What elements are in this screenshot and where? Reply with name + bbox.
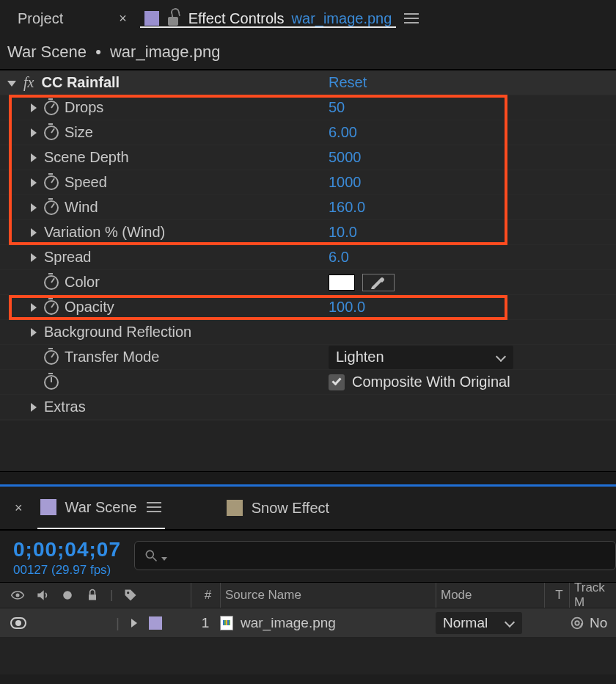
layer-name[interactable]: war_image.png — [241, 615, 336, 631]
close-icon[interactable]: × — [15, 501, 23, 516]
prop-label: Scene Depth — [44, 149, 129, 166]
comp-tab-other[interactable]: Snow Effect — [224, 487, 332, 529]
prop-opacity[interactable]: Opacity 100.0 — [0, 295, 616, 320]
prop-spread[interactable]: Spread 6.0 — [0, 245, 616, 270]
prop-label: Extras — [44, 399, 86, 415]
label-header-icon[interactable] — [123, 588, 138, 603]
chevron-right-icon[interactable] — [29, 103, 38, 112]
stopwatch-icon[interactable] — [44, 350, 59, 365]
prop-value[interactable]: 100.0 — [329, 299, 365, 316]
timecode[interactable]: 0;00;04;07 — [13, 538, 121, 561]
panel-menu-icon[interactable] — [146, 502, 162, 512]
lock-header-icon[interactable] — [85, 588, 100, 603]
prop-label: Opacity — [65, 299, 114, 316]
track-matte-value[interactable]: No — [590, 615, 607, 631]
prop-label: Size — [65, 124, 93, 141]
pickwhip-icon[interactable] — [569, 615, 585, 631]
stopwatch-icon[interactable] — [44, 200, 59, 215]
visibility-toggle[interactable] — [10, 617, 26, 629]
svg-line-1 — [153, 558, 156, 561]
prop-value[interactable]: 5000 — [329, 149, 362, 166]
stopwatch-icon[interactable] — [44, 300, 59, 315]
prop-scene-depth[interactable]: Scene Depth 5000 — [0, 145, 616, 170]
header-mode[interactable]: Mode — [441, 588, 472, 603]
chevron-right-icon[interactable] — [29, 228, 38, 237]
comp-tab-active[interactable]: War Scene — [37, 487, 165, 529]
prop-value[interactable]: 6.0 — [329, 249, 349, 266]
frame-info[interactable]: 00127 (29.97 fps) — [13, 563, 121, 578]
prop-extras[interactable]: Extras — [0, 395, 616, 420]
project-tab-label: Project — [18, 10, 63, 26]
chevron-right-icon[interactable] — [29, 178, 38, 187]
prop-color[interactable]: Color — [0, 270, 616, 295]
layer-row-1[interactable]: | 1 war_image.png Normal No — [0, 608, 616, 638]
prop-value[interactable]: 160.0 — [329, 199, 365, 216]
transfer-mode-select[interactable]: Lighten — [329, 346, 513, 369]
header-source[interactable]: Source Name — [225, 588, 301, 603]
chevron-right-icon[interactable] — [29, 203, 38, 212]
comp-tabs: × War Scene Snow Effect — [0, 487, 616, 531]
prop-label: Transfer Mode — [65, 349, 159, 365]
reset-link[interactable]: Reset — [329, 74, 367, 91]
audio-header-icon[interactable] — [35, 588, 50, 603]
select-value: Normal — [443, 615, 488, 631]
svg-point-3 — [63, 591, 72, 600]
layer-color-icon — [144, 11, 159, 26]
composite-checkbox[interactable] — [329, 374, 345, 390]
header-hash[interactable]: # — [205, 588, 211, 603]
timeline-panel: × War Scene Snow Effect 0;00;04;07 00127… — [0, 487, 616, 674]
prop-bg-reflection[interactable]: Background Reflection — [0, 320, 616, 345]
blend-mode-select[interactable]: Normal — [436, 612, 522, 634]
prop-transfer-mode[interactable]: Transfer Mode Lighten — [0, 345, 616, 370]
prop-label: Composite With Original — [352, 374, 510, 390]
prop-value[interactable]: 10.0 — [329, 224, 357, 241]
prop-drops[interactable]: Drops 50 — [0, 95, 616, 120]
stopwatch-icon[interactable] — [44, 275, 59, 290]
prop-composite[interactable]: Composite With Original — [0, 370, 616, 395]
svg-point-0 — [146, 550, 153, 558]
chevron-right-icon[interactable] — [29, 153, 38, 162]
lock-icon[interactable] — [166, 11, 181, 26]
chevron-right-icon[interactable] — [29, 403, 38, 412]
chevron-right-icon[interactable] — [29, 128, 38, 137]
effect-panel: fx CC Rainfall Reset Drops 50 Size 6.00 … — [0, 70, 616, 471]
close-icon[interactable]: × — [119, 11, 133, 26]
stopwatch-icon[interactable] — [44, 125, 59, 140]
effect-controls-tab[interactable]: Effect Controls war_image.png — [140, 10, 397, 27]
chevron-down-icon — [497, 353, 506, 362]
fx-icon[interactable]: fx — [22, 74, 35, 91]
panel-tabs: Project × Effect Controls war_image.png — [0, 0, 616, 37]
prop-value[interactable]: 1000 — [329, 174, 362, 191]
prop-variation[interactable]: Variation % (Wind) 10.0 — [0, 220, 616, 245]
stopwatch-icon[interactable] — [44, 375, 59, 390]
panel-menu-icon[interactable] — [403, 13, 419, 23]
solo-header-icon[interactable] — [60, 588, 75, 603]
chevron-right-icon[interactable] — [29, 253, 38, 262]
file-icon — [220, 616, 233, 630]
eyedropper-button[interactable] — [362, 274, 395, 291]
prop-wind[interactable]: Wind 160.0 — [0, 195, 616, 220]
timeline-search-input[interactable] — [134, 541, 616, 570]
eyedropper-icon — [370, 276, 387, 289]
prop-label: Wind — [65, 199, 98, 216]
expand-toggle-icon[interactable] — [7, 79, 16, 87]
prop-value[interactable]: 6.00 — [329, 124, 357, 141]
svg-point-7 — [575, 621, 579, 625]
project-tab[interactable]: Project — [6, 10, 75, 27]
header-t: T — [555, 588, 562, 603]
color-swatch[interactable] — [329, 274, 355, 291]
header-track[interactable]: Track M — [574, 581, 616, 610]
chevron-right-icon[interactable] — [130, 619, 139, 627]
visibility-header-icon[interactable] — [10, 588, 25, 603]
effect-header-row[interactable]: fx CC Rainfall Reset — [0, 70, 616, 95]
chevron-right-icon[interactable] — [29, 303, 38, 312]
chevron-right-icon[interactable] — [29, 328, 38, 337]
effect-name: CC Rainfall — [41, 74, 120, 91]
prop-value[interactable]: 50 — [329, 99, 345, 116]
stopwatch-icon[interactable] — [44, 175, 59, 190]
prop-speed[interactable]: Speed 1000 — [0, 170, 616, 195]
prop-size[interactable]: Size 6.00 — [0, 120, 616, 145]
comp-tab-label: Snow Effect — [252, 500, 329, 517]
layer-color-swatch[interactable] — [149, 616, 162, 630]
stopwatch-icon[interactable] — [44, 101, 59, 115]
